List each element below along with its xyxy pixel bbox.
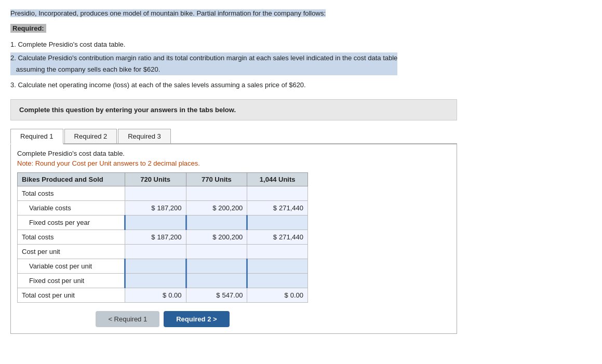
input-vcpu-770[interactable] bbox=[200, 262, 242, 270]
cell-tcpu-770: $547.00 bbox=[186, 288, 247, 302]
input-vcpu-1044[interactable] bbox=[262, 262, 303, 270]
cell-tcpu-1044: $0.00 bbox=[247, 288, 308, 302]
row-label-fcpu: Fixed cost per unit bbox=[18, 273, 125, 288]
cell-total-costs-770 bbox=[186, 186, 247, 200]
prev-button[interactable]: < Required 1 bbox=[96, 311, 159, 327]
cell-tcpu-720: $0.00 bbox=[125, 288, 186, 302]
cell-cpu-header-1044 bbox=[247, 244, 308, 259]
nav-buttons: < Required 1 Required 2 > bbox=[17, 311, 308, 327]
cell-fixed-770[interactable] bbox=[186, 215, 247, 230]
cell-cpu-header-770 bbox=[186, 244, 247, 259]
complete-box: Complete this question by entering your … bbox=[10, 99, 457, 120]
cell-variable-720: $187,200 bbox=[125, 200, 186, 215]
table-row: Total cost per unit $0.00 $547.00 $0.00 bbox=[18, 288, 308, 302]
tab-required-1[interactable]: Required 1 bbox=[10, 129, 63, 144]
cell-total-costs-1044 bbox=[247, 186, 308, 200]
row-label-fixed-costs: Fixed costs per year bbox=[18, 215, 125, 230]
row-label-total-costs-2: Total costs bbox=[18, 230, 125, 244]
intro-paragraph: Presidio, Incorporated, produces one mod… bbox=[10, 9, 326, 17]
instruction-3: 3. Calculate net operating income (loss)… bbox=[10, 79, 592, 91]
table-row: Fixed costs per year bbox=[18, 215, 308, 230]
tab-content: Complete Presidio's cost data table. Not… bbox=[10, 144, 457, 334]
input-fcpu-770[interactable] bbox=[200, 277, 242, 285]
cell-totalcosts-720: $187,200 bbox=[125, 230, 186, 244]
tab-required-3[interactable]: Required 3 bbox=[118, 129, 171, 143]
tab-note: Note: Round your Cost per Unit answers t… bbox=[17, 159, 450, 167]
col-header-1044: 1,044 Units bbox=[247, 172, 308, 186]
cell-vcpu-770[interactable] bbox=[186, 259, 247, 273]
col-header-label: Bikes Produced and Sold bbox=[18, 172, 125, 186]
input-fcpu-1044[interactable] bbox=[262, 277, 303, 285]
instruction-2: 2. Calculate Presidio's contribution mar… bbox=[10, 52, 397, 75]
required-label: Required: bbox=[10, 24, 46, 33]
table-row: Total costs $187,200 $200,200 $271,440 bbox=[18, 230, 308, 244]
input-fixed-770[interactable] bbox=[200, 219, 242, 226]
cell-cpu-header-720 bbox=[125, 244, 186, 259]
tabs-row: Required 1 Required 2 Required 3 bbox=[10, 129, 457, 144]
col-header-770: 770 Units bbox=[186, 172, 247, 186]
intro-section: Presidio, Incorporated, produces one mod… bbox=[10, 8, 592, 19]
cell-fcpu-720[interactable] bbox=[125, 273, 186, 288]
row-label-cost-per-unit: Cost per unit bbox=[18, 244, 125, 259]
table-row: Variable cost per unit bbox=[18, 259, 308, 273]
row-label-vcpu: Variable cost per unit bbox=[18, 259, 125, 273]
cell-fixed-720[interactable] bbox=[125, 215, 186, 230]
table-row: Variable costs $187,200 $200,200 $271,44… bbox=[18, 200, 308, 215]
row-label-variable-costs: Variable costs bbox=[18, 200, 125, 215]
cell-variable-770: $200,200 bbox=[186, 200, 247, 215]
table-row: Fixed cost per unit bbox=[18, 273, 308, 288]
row-label-total-costs: Total costs bbox=[18, 186, 125, 200]
cell-totalcosts-770: $200,200 bbox=[186, 230, 247, 244]
cell-fcpu-770[interactable] bbox=[186, 273, 247, 288]
next-button[interactable]: Required 2 > bbox=[164, 311, 229, 327]
cell-totalcosts-1044: $271,440 bbox=[247, 230, 308, 244]
row-label-tcpu: Total cost per unit bbox=[18, 288, 125, 302]
table-row: Total costs bbox=[18, 186, 308, 200]
input-fixed-1044[interactable] bbox=[262, 219, 303, 226]
tab-required-2[interactable]: Required 2 bbox=[64, 129, 117, 143]
col-header-720: 720 Units bbox=[125, 172, 186, 186]
instructions-list: 1. Complete Presidio's cost data table. … bbox=[10, 39, 592, 91]
cell-total-costs-720 bbox=[125, 186, 186, 200]
tab-instruction: Complete Presidio's cost data table. bbox=[17, 150, 450, 157]
input-fcpu-720[interactable] bbox=[140, 277, 181, 285]
cell-vcpu-720[interactable] bbox=[125, 259, 186, 273]
cost-data-table: Bikes Produced and Sold 720 Units 770 Un… bbox=[17, 172, 308, 303]
instruction-1: 1. Complete Presidio's cost data table. bbox=[10, 39, 592, 50]
input-fixed-720[interactable] bbox=[140, 219, 181, 226]
table-row: Cost per unit bbox=[18, 244, 308, 259]
cell-vcpu-1044[interactable] bbox=[247, 259, 308, 273]
cell-fixed-1044[interactable] bbox=[247, 215, 308, 230]
cell-fcpu-1044[interactable] bbox=[247, 273, 308, 288]
cell-variable-1044: $271,440 bbox=[247, 200, 308, 215]
input-vcpu-720[interactable] bbox=[140, 262, 181, 270]
